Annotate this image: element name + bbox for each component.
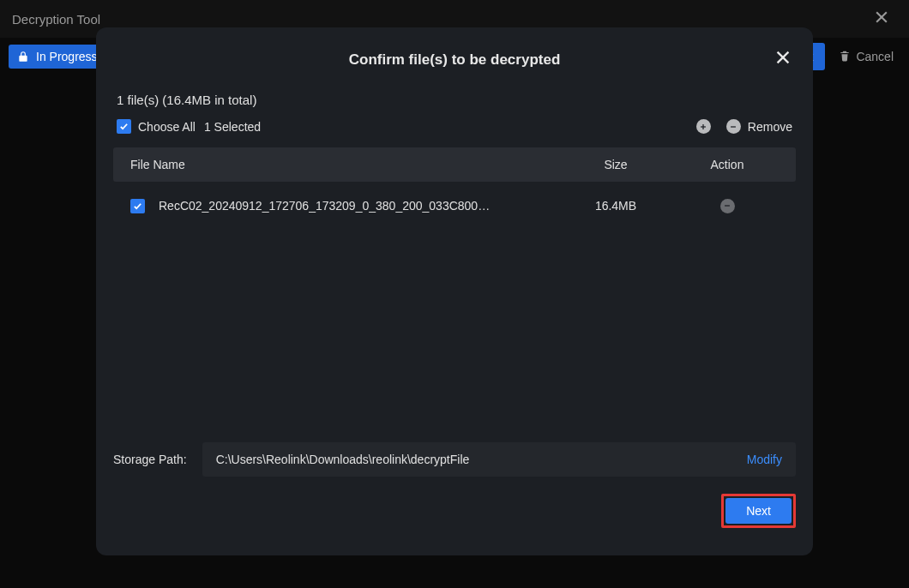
selected-count: 1 Selected — [204, 120, 261, 134]
column-header-size: Size — [556, 158, 676, 171]
add-button[interactable] — [696, 119, 711, 134]
modal-close-button[interactable] — [774, 48, 792, 70]
close-icon — [774, 48, 792, 67]
check-icon — [119, 122, 129, 131]
minus-icon — [729, 123, 737, 131]
remove-button[interactable]: Remove — [726, 119, 792, 134]
confirm-decrypt-modal: Confirm file(s) to be decrypted 1 file(s… — [96, 27, 813, 555]
button-label: Next — [746, 504, 771, 518]
storage-path-label: Storage Path: — [113, 453, 187, 466]
modal-title: Confirm file(s) to be decrypted — [349, 51, 561, 69]
next-button[interactable]: Next — [725, 498, 792, 524]
file-name: RecC02_20240912_172706_173209_0_380_200_… — [159, 199, 490, 213]
column-header-name: File Name — [130, 158, 556, 171]
choose-all-label: Choose All — [138, 120, 196, 134]
storage-row: Storage Path: C:\Users\Reolink\Downloads… — [113, 442, 796, 477]
modify-path-button[interactable]: Modify — [747, 453, 782, 466]
storage-path-field: C:\Users\Reolink\Downloads\reolink\decry… — [202, 442, 796, 477]
cell-size: 16.4MB — [556, 199, 676, 213]
controls-row: Choose All 1 Selected Remove — [113, 119, 796, 134]
table-header: File Name Size Action — [113, 147, 796, 182]
check-icon — [133, 201, 142, 211]
next-row: Next — [113, 494, 796, 528]
remove-button-icon-wrap — [726, 119, 741, 134]
file-table: File Name Size Action RecC02_20240912_17… — [113, 147, 796, 230]
modal-overlay: Confirm file(s) to be decrypted 1 file(s… — [0, 0, 909, 588]
plus-icon — [699, 123, 707, 131]
modal-footer: Storage Path: C:\Users\Reolink\Downloads… — [96, 442, 813, 555]
row-checkbox[interactable] — [130, 199, 145, 213]
modal-header: Confirm file(s) to be decrypted — [96, 27, 813, 93]
remove-label: Remove — [748, 120, 792, 134]
table-row: RecC02_20240912_172706_173209_0_380_200_… — [113, 182, 796, 230]
controls-right: Remove — [696, 119, 792, 134]
minus-icon — [723, 201, 731, 210]
cell-name: RecC02_20240912_172706_173209_0_380_200_… — [130, 199, 556, 213]
column-header-action: Action — [676, 158, 779, 171]
cell-action — [676, 198, 779, 213]
next-highlight: Next — [721, 494, 796, 528]
file-summary: 1 file(s) (16.4MB in total) — [113, 93, 796, 107]
storage-path-value: C:\Users\Reolink\Downloads\reolink\decry… — [216, 453, 747, 466]
choose-all-checkbox[interactable] — [117, 119, 131, 134]
modal-body: 1 file(s) (16.4MB in total) Choose All 1… — [96, 93, 813, 442]
row-remove-button[interactable] — [720, 199, 735, 213]
